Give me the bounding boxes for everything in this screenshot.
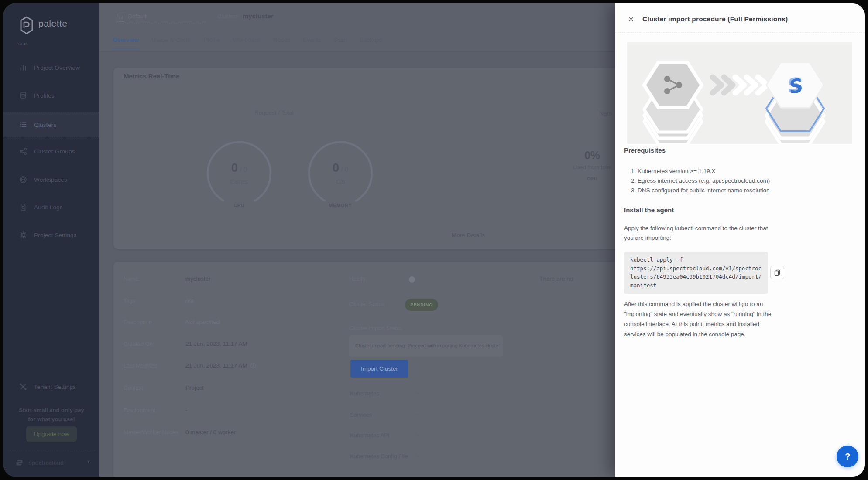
link-kubernetes[interactable]: Kubernetes bbox=[350, 390, 379, 397]
copy-command-button[interactable] bbox=[770, 266, 784, 279]
tab-workloads[interactable]: Workloads bbox=[233, 37, 261, 49]
tools-icon bbox=[19, 383, 27, 391]
spectrocloud-s-logo: S S bbox=[787, 73, 803, 98]
cpu-gauge-value: 0 / 0 bbox=[205, 161, 273, 175]
detail-value: 21 Jun, 2023, 11:17 AM bbox=[185, 340, 247, 347]
layers-icon bbox=[19, 92, 27, 99]
import-status-label: Cluster Import Status bbox=[349, 325, 402, 331]
share-nodes-icon bbox=[19, 147, 27, 155]
import-illustration: S S bbox=[627, 42, 852, 144]
sidebar-item-workspaces[interactable]: Workspaces bbox=[3, 167, 99, 192]
sidebar-item-project-overview[interactable]: Project Overview bbox=[3, 55, 99, 80]
usage-percent: 0% bbox=[562, 149, 623, 162]
help-button[interactable]: ? bbox=[837, 446, 858, 467]
list-icon bbox=[19, 121, 27, 129]
upgrade-now-button[interactable]: Upgrade now bbox=[26, 426, 77, 442]
sidebar-collapse-icon[interactable]: ‹ bbox=[87, 457, 90, 466]
apply-command-text: Apply the following kubectl command to t… bbox=[624, 224, 778, 243]
sidebar: palette 3.4.48 Project Overview Profiles bbox=[3, 3, 99, 477]
memory-gauge-label: MEMORY bbox=[306, 203, 374, 208]
status-badge: PENDING bbox=[405, 299, 438, 311]
sidebar-item-label: Cluster Groups bbox=[34, 148, 75, 155]
sidebar-item-audit-logs[interactable]: Audit Logs bbox=[3, 195, 99, 219]
workspace-icon bbox=[19, 176, 27, 184]
sidebar-item-profiles[interactable]: Profiles bbox=[3, 83, 99, 108]
prerequisite-item: 1. Kubernetes version >= 1.19.X bbox=[631, 167, 716, 176]
audit-doc-icon bbox=[19, 203, 27, 211]
panel-divider bbox=[615, 32, 865, 33]
memory-gauge-value: 0 / 0 bbox=[306, 161, 374, 175]
tab-overview[interactable]: Overview bbox=[113, 37, 139, 49]
chevron-arrows bbox=[713, 77, 767, 93]
breadcrumb-separator: / bbox=[237, 13, 239, 20]
tab-backups[interactable]: Backups bbox=[360, 37, 382, 49]
tab-scan[interactable]: Scan bbox=[333, 37, 347, 49]
health-label: Health bbox=[349, 276, 366, 282]
kubectl-command-code[interactable]: kubectl apply -f https://api.spectroclou… bbox=[624, 252, 768, 294]
detail-value: 21 Jun, 2023, 11:17 AM bbox=[185, 362, 256, 369]
detail-value: 0 master / 0 worker bbox=[185, 429, 236, 436]
source-cluster-hexagons bbox=[644, 62, 702, 144]
tab-events[interactable]: Events bbox=[303, 37, 321, 49]
sidebar-item-label: Audit Logs bbox=[34, 204, 63, 211]
sidebar-item-label: Tenant Settings bbox=[34, 384, 76, 390]
close-icon[interactable]: × bbox=[625, 13, 637, 25]
app-window: palette 3.4.48 Project Overview Profiles bbox=[3, 3, 865, 477]
link-kubernetes-api[interactable]: Kubernetes API bbox=[350, 432, 389, 439]
project-selector-underline bbox=[116, 24, 206, 24]
tab-usage-costs[interactable]: Usage & Costs bbox=[151, 37, 191, 49]
sidebar-item-project-settings[interactable]: Project Settings bbox=[3, 223, 99, 247]
link-services[interactable]: Services bbox=[350, 412, 372, 418]
prerequisite-item: 3. DNS configured for public internet na… bbox=[631, 186, 769, 195]
palette-logo-icon bbox=[17, 15, 37, 36]
detail-value: Not specified. bbox=[185, 319, 221, 325]
breadcrumb-clusters[interactable]: Clusters bbox=[217, 13, 238, 20]
import-status-message: Cluster import pending. Proceed with imp… bbox=[349, 335, 503, 357]
right-note: There are no bbox=[539, 276, 573, 282]
detail-label: Last Modified bbox=[124, 362, 157, 369]
detail-value: mycluster bbox=[185, 276, 211, 282]
usage-caption: Used from total bbox=[562, 164, 623, 170]
gear-icon bbox=[19, 231, 27, 239]
prerequisites-title: Prerequisites bbox=[624, 146, 666, 154]
after-command-text: After this command is applied the cluste… bbox=[624, 299, 780, 339]
detail-label: Context bbox=[124, 385, 143, 391]
install-agent-title: Install the agent bbox=[624, 206, 674, 214]
cpu-gauge-label: CPU bbox=[205, 203, 273, 208]
chart-icon bbox=[19, 64, 27, 71]
metrics-subtitle: Request / Total bbox=[239, 109, 309, 116]
sidebar-item-label: Profiles bbox=[34, 92, 55, 99]
more-details-link[interactable]: More Details bbox=[444, 232, 492, 238]
sidebar-item-clusters[interactable]: Clusters bbox=[3, 112, 99, 137]
project-selector[interactable]: Default bbox=[128, 13, 147, 20]
detail-label: Created On bbox=[124, 340, 153, 347]
cpu-gauge-unit: Cores bbox=[205, 178, 273, 185]
sidebar-item-tenant-settings[interactable]: Tenant Settings bbox=[3, 374, 99, 399]
sidebar-item-cluster-groups[interactable]: Cluster Groups bbox=[3, 139, 99, 163]
detail-label: Tags bbox=[124, 297, 135, 304]
app-logo-text: palette bbox=[38, 18, 68, 29]
sidebar-item-label: Clusters bbox=[34, 122, 56, 128]
metrics-title: Metrics Real-Time bbox=[124, 72, 179, 80]
cluster-tabs: Overview Usage & Costs Profile Workloads… bbox=[113, 37, 382, 49]
tab-nodes[interactable]: Nodes bbox=[273, 37, 290, 49]
detail-value: n/a bbox=[185, 297, 194, 304]
chevron-right-icon: › bbox=[417, 389, 419, 397]
metrics-right-header: Nam bbox=[599, 110, 612, 117]
memory-gauge-unit: Gb bbox=[306, 178, 374, 185]
prerequisite-item: 2. Egress internet access (e.g: api.spec… bbox=[631, 176, 770, 186]
detail-label: Name bbox=[124, 276, 139, 282]
sidebar-divider bbox=[8, 450, 95, 450]
chevron-right-icon: › bbox=[417, 411, 419, 418]
detail-label: Master/Worker Nodes bbox=[124, 429, 178, 436]
brand-name: spectrocloud bbox=[29, 460, 64, 466]
breadcrumb-separator: / bbox=[212, 13, 214, 20]
promo-text: Start small and only pay for what you us… bbox=[3, 405, 99, 424]
cluster-import-panel: × Cluster import procedure (Full Permiss… bbox=[615, 3, 865, 477]
detail-value: Project bbox=[185, 385, 204, 391]
detail-label: Environment bbox=[124, 407, 155, 413]
link-kubernetes-config-file[interactable]: Kubernetes Config File bbox=[350, 453, 408, 460]
chevron-right-icon: › bbox=[417, 431, 419, 439]
import-cluster-button[interactable]: Import Cluster bbox=[350, 360, 408, 378]
tab-profile[interactable]: Profile bbox=[203, 37, 220, 49]
